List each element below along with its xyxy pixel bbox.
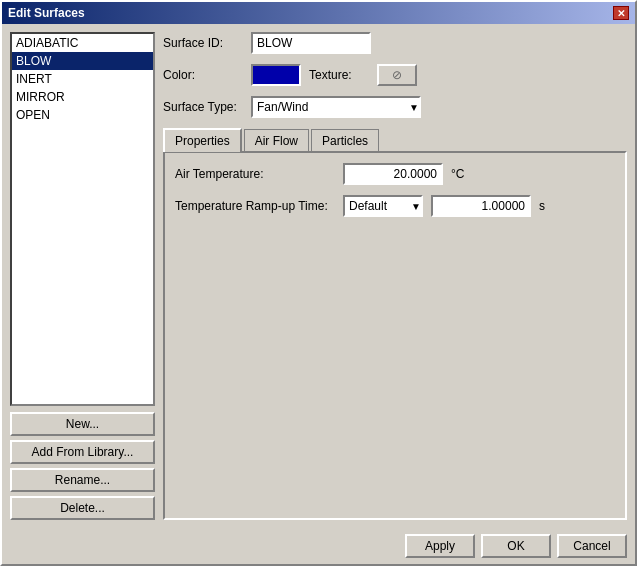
ramp-select[interactable]: Default Custom — [343, 195, 423, 217]
tab-properties[interactable]: Properties — [163, 128, 242, 152]
ramp-unit: s — [539, 199, 545, 213]
air-temperature-row: Air Temperature: °C — [175, 163, 615, 185]
list-item-selected[interactable]: BLOW — [12, 52, 153, 70]
add-from-library-button[interactable]: Add From Library... — [10, 440, 155, 464]
air-temperature-label: Air Temperature: — [175, 167, 335, 181]
tab-content-properties: Air Temperature: °C Temperature Ramp-up … — [163, 151, 627, 520]
list-item[interactable]: ADIABATIC — [12, 34, 153, 52]
new-button[interactable]: New... — [10, 412, 155, 436]
air-temperature-input[interactable] — [343, 163, 443, 185]
temperature-ramp-label: Temperature Ramp-up Time: — [175, 199, 335, 213]
color-picker[interactable] — [251, 64, 301, 86]
tab-container: Properties Air Flow Particles Air Temper… — [163, 128, 627, 520]
texture-label: Texture: — [309, 68, 369, 82]
surface-id-row: Surface ID: — [163, 32, 627, 54]
cancel-button[interactable]: Cancel — [557, 534, 627, 558]
title-bar: Edit Surfaces ✕ — [2, 2, 635, 24]
color-texture-row: Color: Texture: ⊘ — [163, 64, 627, 86]
tab-particles[interactable]: Particles — [311, 129, 379, 151]
surface-type-wrapper: Fan/Wind ADIABATIC INERT MIRROR OPEN Bur… — [251, 96, 421, 118]
air-temperature-unit: °C — [451, 167, 464, 181]
list-item[interactable]: INERT — [12, 70, 153, 88]
surface-type-row: Surface Type: Fan/Wind ADIABATIC INERT M… — [163, 96, 627, 118]
footer-bar: Apply OK Cancel — [2, 528, 635, 564]
ok-button[interactable]: OK — [481, 534, 551, 558]
surfaces-list[interactable]: ADIABATIC BLOW INERT MIRROR OPEN — [10, 32, 155, 406]
delete-button[interactable]: Delete... — [10, 496, 155, 520]
color-label: Color: — [163, 68, 243, 82]
surface-id-input[interactable] — [251, 32, 371, 54]
action-buttons: New... Add From Library... Rename... Del… — [10, 412, 155, 520]
rename-button[interactable]: Rename... — [10, 468, 155, 492]
window-title: Edit Surfaces — [8, 6, 85, 20]
edit-surfaces-dialog: Edit Surfaces ✕ ADIABATIC BLOW INERT MIR… — [0, 0, 637, 566]
apply-button[interactable]: Apply — [405, 534, 475, 558]
tab-air-flow[interactable]: Air Flow — [244, 129, 309, 151]
surface-type-select[interactable]: Fan/Wind ADIABATIC INERT MIRROR OPEN Bur… — [251, 96, 421, 118]
tab-bar: Properties Air Flow Particles — [163, 128, 627, 151]
ramp-select-wrapper: Default Custom ▼ — [343, 195, 423, 217]
window-content: ADIABATIC BLOW INERT MIRROR OPEN New... … — [2, 24, 635, 528]
temperature-ramp-row: Temperature Ramp-up Time: Default Custom… — [175, 195, 615, 217]
list-item[interactable]: OPEN — [12, 106, 153, 124]
surface-id-label: Surface ID: — [163, 36, 243, 50]
list-item[interactable]: MIRROR — [12, 88, 153, 106]
texture-button[interactable]: ⊘ — [377, 64, 417, 86]
ramp-value-input[interactable] — [431, 195, 531, 217]
left-panel: ADIABATIC BLOW INERT MIRROR OPEN New... … — [10, 32, 155, 520]
close-button[interactable]: ✕ — [613, 6, 629, 20]
right-panel: Surface ID: Color: Texture: ⊘ Surface Ty… — [163, 32, 627, 520]
surface-type-label: Surface Type: — [163, 100, 243, 114]
texture-icon: ⊘ — [392, 68, 402, 82]
